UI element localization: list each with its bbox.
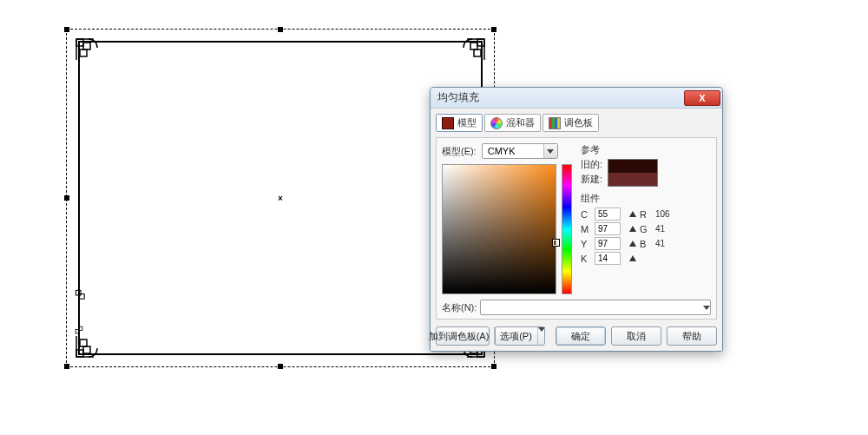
selection-handle-tl[interactable] (64, 27, 69, 32)
g-value: 41 (655, 224, 678, 234)
tab-model[interactable]: 模型 (436, 114, 483, 132)
new-color-label: 新建: (581, 173, 602, 186)
dialog-button-bar: 加到调色板(A) 选项(P) 确定 取消 帮助 (436, 326, 717, 346)
selection-handle-tm[interactable] (278, 27, 283, 32)
svg-rect-0 (76, 39, 83, 46)
tab-palette-label: 调色板 (564, 116, 593, 129)
model-tab-icon (442, 117, 454, 129)
svg-rect-8 (80, 339, 87, 346)
name-label: 名称(N): (442, 301, 477, 314)
svg-rect-3 (477, 39, 484, 46)
y-label: Y (581, 239, 591, 249)
new-color-swatch (608, 173, 657, 186)
selection-handle-br[interactable] (491, 364, 496, 369)
selection-handle-tr[interactable] (491, 27, 496, 32)
chevron-down-icon (537, 327, 545, 345)
svg-rect-5 (474, 49, 481, 56)
cancel-button[interactable]: 取消 (611, 326, 661, 346)
svg-rect-6 (76, 350, 83, 357)
svg-rect-7 (83, 346, 90, 353)
svg-rect-13 (80, 294, 85, 300)
tab-palette[interactable]: 调色板 (542, 114, 599, 132)
m-slider[interactable] (629, 226, 636, 232)
corner-ornament-icon (75, 37, 109, 72)
palette-tab-icon (549, 117, 561, 129)
components-label: 组件 (581, 193, 600, 203)
reference-swatches (608, 159, 658, 187)
selection-handle-ml[interactable] (64, 195, 69, 201)
c-input[interactable]: 55 (595, 208, 621, 221)
color-name-combobox[interactable] (480, 300, 711, 315)
corner-ornament-icon (75, 315, 94, 334)
c-slider[interactable] (629, 211, 636, 217)
g-label: G (640, 224, 652, 234)
frame-object[interactable] (78, 41, 483, 355)
close-icon: X (699, 93, 705, 103)
svg-rect-2 (80, 49, 87, 56)
m-input[interactable]: 97 (595, 222, 621, 235)
k-label: K (581, 254, 591, 264)
r-value: 106 (655, 209, 678, 219)
dropdown-icon (703, 306, 710, 310)
tab-mixer[interactable]: 混和器 (484, 114, 541, 132)
k-slider[interactable] (629, 255, 636, 261)
ok-button[interactable]: 确定 (556, 326, 606, 346)
svg-rect-4 (470, 43, 477, 49)
r-label: R (640, 209, 652, 220)
window-close-button[interactable]: X (684, 90, 720, 106)
dropdown-icon (543, 144, 557, 158)
corner-ornament-icon (451, 37, 486, 72)
m-label: M (581, 224, 591, 234)
svg-rect-12 (76, 290, 81, 295)
b-label: B (640, 239, 652, 249)
svg-rect-14 (76, 330, 79, 333)
y-input[interactable]: 97 (595, 237, 621, 250)
color-field-cursor[interactable] (553, 240, 559, 246)
mode-tabs: 模型 混和器 调色板 (436, 114, 717, 132)
svg-rect-1 (83, 43, 90, 49)
c-label: C (581, 209, 591, 220)
model-panel: 模型(E): CMYK 参考 (436, 137, 717, 320)
old-color-swatch (608, 160, 657, 173)
y-slider[interactable] (629, 241, 636, 247)
dialog-body: 模型 混和器 调色板 模型(E): CMYK (431, 109, 722, 351)
dialog-titlebar[interactable]: 均匀填充 X (431, 88, 722, 109)
uniform-fill-dialog: 均匀填充 X 模型 混和器 调色板 (430, 87, 723, 352)
k-input[interactable]: 14 (595, 252, 621, 265)
model-label: 模型(E): (442, 145, 477, 158)
model-select[interactable]: CMYK (482, 143, 558, 159)
color-field[interactable] (442, 164, 556, 294)
b-value: 41 (655, 239, 678, 248)
tab-mixer-label: 混和器 (506, 116, 535, 129)
svg-rect-15 (78, 326, 82, 330)
dialog-title: 均匀填充 (437, 90, 684, 105)
selection-handle-bl[interactable] (64, 364, 69, 369)
old-color-label: 旧的: (581, 158, 602, 171)
tab-model-label: 模型 (457, 116, 477, 129)
mixer-tab-icon (490, 117, 503, 129)
selection-handle-bm[interactable] (278, 364, 283, 369)
options-button[interactable]: 选项(P) (495, 326, 545, 346)
corner-ornament-icon (75, 289, 99, 313)
hue-slider[interactable] (562, 164, 572, 294)
reference-label: 参考 (581, 143, 711, 156)
help-button[interactable]: 帮助 (667, 326, 717, 346)
add-to-palette-button[interactable]: 加到调色板(A) (436, 326, 490, 346)
model-select-value: CMYK (483, 146, 543, 156)
